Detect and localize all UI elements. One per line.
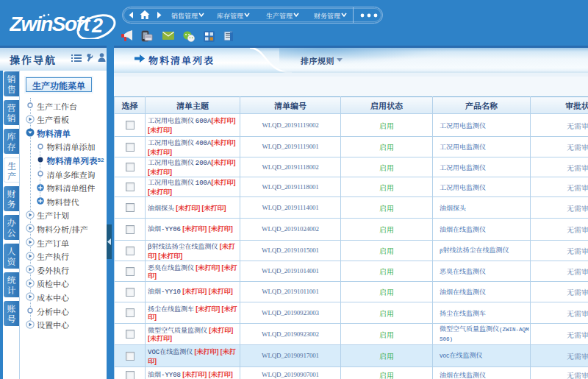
svg-text:t: t — [83, 13, 91, 35]
svg-text:ZwinSof: ZwinSof — [10, 13, 85, 35]
svg-text:2: 2 — [91, 15, 103, 37]
